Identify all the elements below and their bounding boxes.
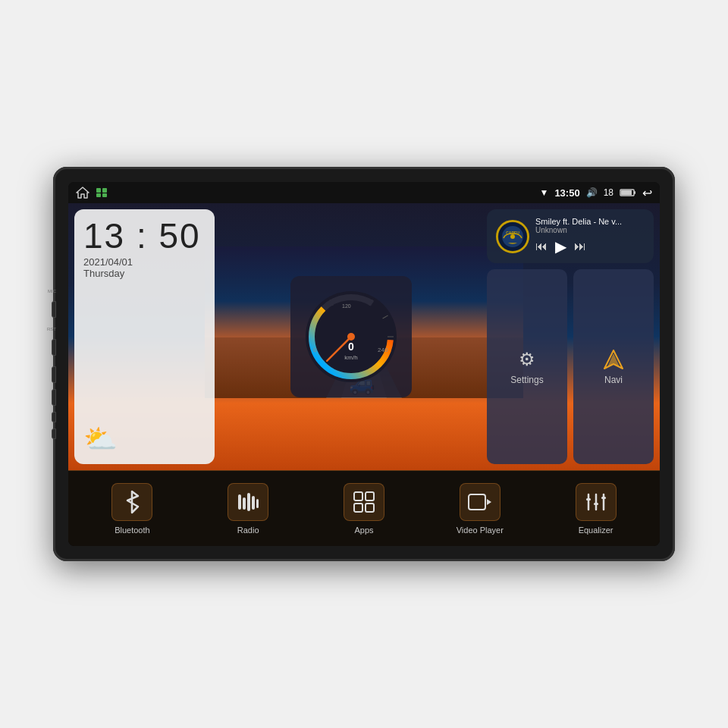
settings-icon: ⚙ bbox=[519, 349, 535, 370]
svg-rect-47 bbox=[366, 492, 374, 500]
radio-app-item[interactable]: Radio bbox=[190, 483, 306, 535]
clock-day: Thursday bbox=[83, 268, 206, 279]
svg-point-32 bbox=[347, 333, 355, 340]
app-bar: Bluetooth Radio bbox=[68, 470, 660, 546]
svg-text:240: 240 bbox=[378, 347, 388, 353]
volume-icon: 🔊 bbox=[586, 187, 598, 198]
clock-widget[interactable]: 13 : 50 2021/04/01 Thursday ⛅ bbox=[74, 209, 215, 464]
apps-icon bbox=[353, 491, 375, 513]
svg-point-38 bbox=[510, 234, 515, 239]
equalizer-icon-box bbox=[576, 483, 617, 521]
svg-rect-41 bbox=[238, 494, 241, 510]
equalizer-label: Equalizer bbox=[579, 526, 613, 535]
svg-rect-43 bbox=[247, 493, 250, 511]
home-icon[interactable] bbox=[76, 187, 89, 199]
back-icon[interactable]: ↩ bbox=[642, 186, 652, 200]
speedometer-gauge: 0 240 120 0 km/h bbox=[298, 284, 404, 390]
apps-label: Apps bbox=[354, 526, 373, 535]
svg-rect-45 bbox=[256, 499, 259, 508]
music-info: Smiley ft. Delia - Ne v... Unknown ⏮ ▶ ⏭ bbox=[535, 217, 645, 256]
video-app-item[interactable]: Video Player bbox=[422, 483, 538, 535]
svg-rect-6 bbox=[634, 191, 635, 194]
video-icon-box bbox=[460, 483, 500, 521]
settings-navi-row: ⚙ Settings Navi bbox=[487, 269, 654, 464]
svg-rect-46 bbox=[354, 492, 362, 500]
status-time: 13:50 bbox=[554, 187, 579, 199]
album-art: CARFU bbox=[496, 220, 529, 253]
bluetooth-label: Bluetooth bbox=[115, 526, 149, 535]
svg-text:120: 120 bbox=[342, 303, 351, 309]
apps-app-item[interactable]: Apps bbox=[306, 483, 422, 535]
status-bar: ▼ 13:50 🔊 18 ↩ bbox=[68, 182, 660, 203]
mic-button[interactable] bbox=[52, 301, 56, 318]
svg-text:km/h: km/h bbox=[344, 354, 357, 361]
svg-text:0: 0 bbox=[313, 347, 317, 353]
radio-icon-box bbox=[228, 483, 268, 521]
clock-display: 13 : 50 bbox=[83, 218, 206, 253]
speedometer-bg: 0 240 120 0 km/h bbox=[290, 276, 412, 397]
svg-rect-42 bbox=[243, 497, 246, 510]
side-btn-home[interactable] bbox=[52, 389, 56, 406]
side-btn-back[interactable] bbox=[52, 412, 56, 422]
svg-rect-56 bbox=[594, 503, 598, 505]
side-btn-vol-down[interactable] bbox=[52, 428, 56, 439]
clock-date: 2021/04/01 bbox=[83, 256, 206, 268]
car-head-unit: MIC RST bbox=[53, 167, 675, 561]
widgets-row: 13 : 50 2021/04/01 Thursday ⛅ bbox=[68, 203, 660, 470]
side-btn-power[interactable] bbox=[52, 366, 56, 383]
music-title: Smiley ft. Delia - Ne v... bbox=[535, 217, 645, 226]
navi-label: Navi bbox=[604, 375, 623, 385]
speedometer-widget: 0 240 120 0 km/h bbox=[221, 209, 481, 464]
svg-rect-7 bbox=[621, 190, 632, 195]
equalizer-app-item[interactable]: Equalizer bbox=[538, 483, 654, 535]
svg-rect-44 bbox=[252, 496, 255, 510]
svg-rect-50 bbox=[469, 494, 485, 510]
music-widget[interactable]: CARFU Smiley ft. Delia - Ne v... Unknown bbox=[487, 209, 654, 263]
main-content: 🚙 13 : 50 2021/04/01 Thursday ⛅ bbox=[68, 203, 660, 470]
wifi-icon: ▼ bbox=[540, 187, 549, 198]
mic-label: MIC bbox=[48, 289, 56, 293]
display-screen: ▼ 13:50 🔊 18 ↩ bbox=[68, 182, 660, 546]
svg-rect-4 bbox=[102, 193, 107, 197]
svg-rect-49 bbox=[366, 504, 374, 512]
settings-button[interactable]: ⚙ Settings bbox=[487, 269, 567, 464]
next-button[interactable]: ⏭ bbox=[574, 240, 586, 253]
weather-icon: ⛅ bbox=[83, 423, 206, 455]
status-right: ▼ 13:50 🔊 18 ↩ bbox=[540, 186, 653, 200]
music-artist: Unknown bbox=[535, 226, 645, 234]
bluetooth-icon-box bbox=[111, 483, 152, 521]
rst-button[interactable] bbox=[52, 339, 56, 356]
video-icon bbox=[468, 491, 492, 513]
bluetooth-icon bbox=[121, 490, 143, 514]
bluetooth-app-item[interactable]: Bluetooth bbox=[74, 483, 190, 535]
svg-rect-48 bbox=[354, 504, 362, 512]
music-controls[interactable]: ⏮ ▶ ⏭ bbox=[535, 237, 645, 256]
svg-marker-51 bbox=[487, 499, 491, 505]
svg-text:0: 0 bbox=[348, 340, 354, 353]
video-label: Video Player bbox=[457, 526, 504, 535]
svg-rect-3 bbox=[96, 193, 101, 197]
radio-label: Radio bbox=[237, 526, 259, 535]
battery-icon bbox=[620, 188, 636, 197]
radio-icon bbox=[237, 491, 259, 513]
rst-label: RST bbox=[47, 327, 56, 331]
navi-icon bbox=[603, 349, 624, 370]
settings-label: Settings bbox=[510, 375, 543, 385]
apps-icon-box bbox=[344, 483, 384, 521]
right-section: CARFU Smiley ft. Delia - Ne v... Unknown bbox=[487, 209, 654, 464]
svg-rect-2 bbox=[102, 188, 107, 193]
play-button[interactable]: ▶ bbox=[555, 237, 566, 256]
navi-button[interactable]: Navi bbox=[573, 269, 654, 464]
svg-marker-0 bbox=[77, 187, 89, 198]
side-button-panel: MIC RST bbox=[47, 289, 56, 439]
svg-rect-55 bbox=[586, 498, 591, 500]
status-left bbox=[76, 187, 108, 199]
prev-button[interactable]: ⏮ bbox=[535, 240, 548, 253]
svg-rect-57 bbox=[601, 497, 606, 499]
volume-level: 18 bbox=[604, 187, 613, 198]
app-icon-status bbox=[96, 187, 108, 198]
svg-rect-1 bbox=[96, 188, 101, 193]
equalizer-icon bbox=[585, 491, 607, 513]
